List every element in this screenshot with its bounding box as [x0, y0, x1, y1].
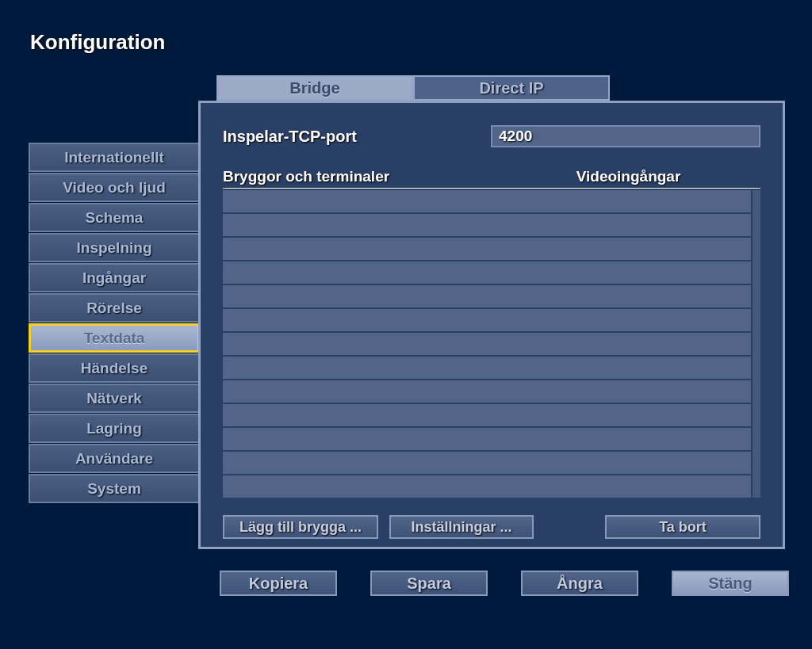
table-row[interactable]: [223, 214, 751, 236]
tcp-port-label: Inspelar-TCP-port: [223, 128, 491, 146]
sidebar: InternationelltVideo och ljudSchemaInspe…: [29, 143, 200, 503]
footer-buttons: Kopiera Spara Ångra Stäng: [220, 571, 789, 596]
table-header: Bryggor och terminaler Videoingångar: [223, 165, 760, 189]
table-row[interactable]: [223, 404, 751, 426]
panel-buttons: Lägg till brygga ... Inställningar ... T…: [223, 515, 760, 539]
table-row[interactable]: [223, 428, 751, 450]
sidebar-item-händelse[interactable]: Händelse: [29, 353, 200, 383]
page-title: Konfiguration: [30, 30, 165, 55]
sidebar-item-inspelning[interactable]: Inspelning: [29, 233, 200, 262]
table-row[interactable]: [223, 309, 751, 331]
sidebar-item-textdata[interactable]: Textdata: [29, 323, 200, 353]
tabs-container: BridgeDirect IP: [216, 75, 610, 101]
tab-bridge[interactable]: Bridge: [216, 75, 413, 101]
remove-button[interactable]: Ta bort: [605, 515, 760, 539]
copy-button[interactable]: Kopiera: [220, 571, 337, 596]
sidebar-item-schema[interactable]: Schema: [29, 203, 200, 232]
table-row[interactable]: [223, 380, 751, 403]
settings-button[interactable]: Inställningar ...: [389, 515, 534, 539]
sidebar-item-användare[interactable]: Användare: [29, 444, 200, 473]
table-row[interactable]: [223, 285, 751, 307]
table-row[interactable]: [223, 333, 751, 355]
main-panel: Inspelar-TCP-port 4200 Bryggor och termi…: [198, 101, 785, 549]
table-row[interactable]: [223, 238, 751, 260]
sidebar-item-system[interactable]: System: [29, 474, 200, 503]
table-row[interactable]: [223, 190, 751, 212]
table-row[interactable]: [223, 357, 751, 379]
sidebar-item-lagring[interactable]: Lagring: [29, 414, 200, 443]
undo-button[interactable]: Ångra: [521, 571, 638, 596]
save-button[interactable]: Spara: [370, 571, 488, 596]
sidebar-item-video-och-ljud[interactable]: Video och ljud: [29, 173, 200, 202]
sidebar-item-internationellt[interactable]: Internationellt: [29, 143, 200, 172]
table-row[interactable]: [223, 262, 751, 284]
table-row[interactable]: [223, 452, 751, 474]
close-button[interactable]: Stäng: [672, 571, 789, 596]
sidebar-item-nätverk[interactable]: Nätverk: [29, 384, 200, 413]
table-header-bridges: Bryggor och terminaler: [223, 168, 496, 185]
tcp-port-row: Inspelar-TCP-port 4200: [223, 125, 760, 147]
table-body: [223, 190, 760, 498]
sidebar-item-rörelse[interactable]: Rörelse: [29, 293, 200, 323]
table-header-videoinputs: Videoingångar: [496, 168, 760, 185]
tab-direct-ip[interactable]: Direct IP: [413, 75, 610, 101]
table-scrollbar[interactable]: [753, 190, 760, 498]
sidebar-item-ingångar[interactable]: Ingångar: [29, 263, 200, 292]
add-bridge-button[interactable]: Lägg till brygga ...: [223, 515, 378, 539]
table-row[interactable]: [223, 475, 751, 498]
tcp-port-input[interactable]: 4200: [491, 125, 760, 147]
